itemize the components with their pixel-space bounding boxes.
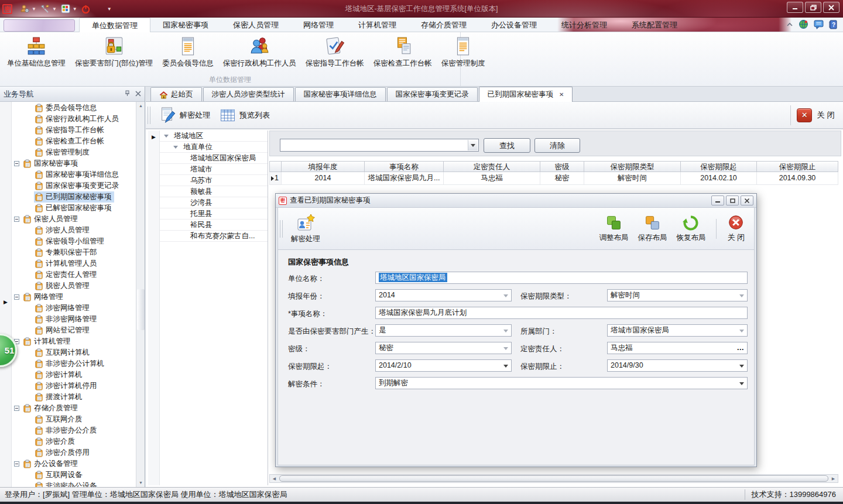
sidebar-tree-item[interactable]: 计算机管理人员 xyxy=(12,258,136,269)
region-tree-item[interactable]: 塔城地区 xyxy=(160,131,268,142)
sidebar-close-icon[interactable] xyxy=(135,91,141,98)
find-button[interactable]: 查找 xyxy=(484,138,530,153)
sidebar-tree-item[interactable]: 保密管理制度 xyxy=(12,147,136,158)
grid-header[interactable]: 事项名称 xyxy=(365,161,444,172)
sidebar-tree-item[interactable]: 保密行政机构工作人员 xyxy=(12,114,136,125)
sidebar-tree-item[interactable]: 互联网计算机 xyxy=(12,347,136,358)
sidebar-tree-item[interactable]: 办公设备管理 xyxy=(12,458,136,469)
scroll-down-icon[interactable]: ▼ xyxy=(137,479,145,487)
grid-header[interactable]: 定密责任人 xyxy=(444,161,540,172)
collapse-toggle-icon[interactable] xyxy=(14,217,19,222)
tools-dropdown-icon[interactable]: ▼ xyxy=(52,6,57,12)
region-tree-item[interactable]: 裕民县 xyxy=(160,220,268,231)
sidebar-tree-item[interactable]: 已解密国家秘密事项 xyxy=(12,203,136,214)
user-icon[interactable] xyxy=(20,4,29,13)
collapse-toggle-icon[interactable] xyxy=(14,461,19,467)
secret-level-combo[interactable]: 秘密 xyxy=(375,342,512,354)
help-icon[interactable]: ? xyxy=(829,20,838,31)
sidebar-tree-item[interactable]: 委员会领导信息 xyxy=(12,102,136,114)
region-tree-item[interactable]: 沙湾县 xyxy=(160,197,268,208)
grid-header[interactable]: 填报年度 xyxy=(282,161,365,172)
close-page-icon[interactable]: ✕ xyxy=(797,108,812,122)
sidebar-tree-item[interactable]: 网站登记管理 xyxy=(12,325,136,336)
sidebar-tree-item[interactable]: 计算机管理 xyxy=(12,336,136,347)
sidebar-tree-item[interactable]: 非涉密办公设备 xyxy=(12,481,136,487)
sidebar-tree-item[interactable]: 涉密介质 xyxy=(12,436,136,447)
grid-header[interactable]: 保密期限起 xyxy=(681,161,757,172)
date-dropdown-icon[interactable] xyxy=(739,365,744,368)
owner-field[interactable]: 马忠福… xyxy=(607,342,748,354)
qat-overflow-icon[interactable]: ▼ xyxy=(107,6,112,12)
ribbon-tab[interactable]: 存储介质管理 xyxy=(409,18,479,32)
preview-list-button[interactable]: 预览列表 xyxy=(215,105,275,126)
sidebar-tree-item[interactable]: 涉密人员管理 xyxy=(12,225,136,236)
sidebar-tree-item[interactable]: 摆渡计算机 xyxy=(12,392,136,403)
tab-secret-item-details[interactable]: 国家秘密事项详细信息 xyxy=(295,87,386,101)
search-combobox[interactable] xyxy=(280,139,479,152)
horizontal-scrollbar[interactable]: ◀ ▶ xyxy=(269,474,838,483)
scroll-left-icon[interactable]: ◀ xyxy=(270,475,279,482)
date-dropdown-icon[interactable] xyxy=(503,365,508,368)
user-dropdown-icon[interactable]: ▼ xyxy=(32,6,36,12)
ribbon-tab[interactable]: 国家秘密事项 xyxy=(150,18,221,32)
sidebar-tree-item[interactable]: 定密责任人管理 xyxy=(12,269,136,280)
close-page-label[interactable]: 关 闭 xyxy=(817,110,835,121)
sidebar-tree-item[interactable]: 国家秘密事项 xyxy=(12,158,136,169)
restore-layout-button[interactable]: 恢复布局 xyxy=(671,212,710,245)
table-row[interactable]: 1 2014 塔城国家保密局九月... 马忠福 秘密 解密时间 2014.02.… xyxy=(269,172,838,185)
close-button[interactable] xyxy=(823,2,839,13)
ribbon-button-admin-staff[interactable]: 保密行政机构工作人员 xyxy=(218,34,301,70)
item-name-field[interactable]: 塔城国家保密局九月底计划 xyxy=(375,307,748,319)
maximize-button[interactable] xyxy=(805,2,821,13)
owner-more-button[interactable]: … xyxy=(737,342,745,354)
region-tree-item[interactable]: 和布克赛尔蒙古自... xyxy=(160,231,268,242)
ribbon-tab[interactable]: 网络管理 xyxy=(291,18,346,32)
dialog-decrypt-button[interactable]: 解密处理 xyxy=(286,211,325,246)
tools-icon[interactable] xyxy=(40,4,50,13)
sidebar-tree-item[interactable]: 互联网介质 xyxy=(12,414,136,425)
decrypt-process-button[interactable]: 解密处理 xyxy=(154,104,215,126)
search-input[interactable] xyxy=(282,140,467,150)
ribbon-button-vital-dept[interactable]: 保密要害部门(部位)管理 xyxy=(70,34,157,70)
sidebar-tree-item[interactable]: 脱密人员管理 xyxy=(12,280,136,292)
adjust-layout-button[interactable]: 调整布局 xyxy=(594,212,633,245)
sidebar-tree-item[interactable]: 保密检查工作台帐 xyxy=(12,136,136,147)
ribbon-tab[interactable]: 单位数据管理 xyxy=(79,18,150,32)
region-tree-item[interactable]: 乌苏市 xyxy=(160,175,268,186)
palette-dropdown-icon[interactable]: ▼ xyxy=(73,6,77,12)
expand-arrow-icon[interactable] xyxy=(164,135,169,138)
combo-dropdown-icon[interactable] xyxy=(468,140,478,150)
sidebar-scrollbar[interactable]: ▲ ▼ xyxy=(136,102,145,487)
tab-secret-item-changes[interactable]: 国家保密事项变更记录 xyxy=(387,87,478,101)
dialog-close-action-button[interactable]: 关 闭 xyxy=(722,212,749,245)
ribbon-tab[interactable]: 计算机管理 xyxy=(346,18,409,32)
scroll-up-icon[interactable]: ▲ xyxy=(137,102,145,110)
minimize-button[interactable] xyxy=(787,2,803,13)
grid-header[interactable]: 保密期限类型 xyxy=(584,161,681,172)
tab-start-page[interactable]: 起始页 xyxy=(150,87,202,101)
pin-icon[interactable] xyxy=(124,90,131,98)
sidebar-tree-item[interactable]: 国家保密事项变更记录 xyxy=(12,180,136,191)
application-button[interactable] xyxy=(4,19,75,32)
sidebar-tree-item[interactable]: 非涉密办公介质 xyxy=(12,425,136,436)
sidebar-tree-item[interactable]: 涉密网络管理 xyxy=(12,303,136,314)
message-icon[interactable] xyxy=(814,20,824,31)
combo-dropdown-icon[interactable] xyxy=(739,382,744,385)
region-tree-item[interactable]: 塔城市 xyxy=(160,164,268,175)
region-tree-item[interactable]: 额敏县 xyxy=(160,186,268,197)
power-icon[interactable] xyxy=(81,5,90,13)
region-tree-item[interactable]: 托里县 xyxy=(160,208,268,220)
report-year-combo[interactable]: 2014 xyxy=(375,289,512,301)
clear-button[interactable]: 清除 xyxy=(534,138,580,153)
ribbon-tab[interactable]: 办公设备管理 xyxy=(479,18,549,32)
region-tree-item[interactable]: 地直单位 xyxy=(160,142,268,153)
sidebar-tree-item[interactable]: 存储介质管理 xyxy=(12,403,136,414)
sidebar-tree-item[interactable]: 保密人员管理 xyxy=(12,214,136,225)
dialog-maximize-button[interactable] xyxy=(726,196,739,205)
sidebar-tree-item[interactable]: 涉密计算机 xyxy=(12,369,136,380)
dialog-minimize-button[interactable] xyxy=(711,196,724,205)
sidebar-tree-item[interactable]: 非涉密网络管理 xyxy=(12,314,136,325)
sidebar-tree-item[interactable]: 保密领导小组管理 xyxy=(12,236,136,247)
ribbon-tab[interactable]: 保密人员管理 xyxy=(221,18,291,32)
sidebar-tree-item[interactable]: 涉密介质停用 xyxy=(12,447,136,458)
